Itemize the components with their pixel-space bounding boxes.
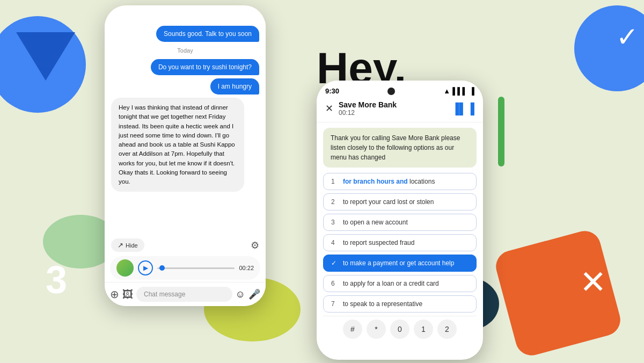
msg-bubble-outgoing-2: Do you want to try sushi tonight? (151, 59, 259, 75)
option-num-1: 1 (331, 178, 339, 185)
bank-greeting: Thank you for calling Save More Bank ple… (323, 128, 477, 168)
audio-progress[interactable] (157, 267, 235, 269)
wifi-icon: ▲ (443, 87, 450, 95)
phone1-screen: Sounds good. Talk to you soon Today Do y… (105, 20, 266, 306)
option-num-7: 7 (331, 300, 339, 308)
audio-row: ▶ 00:22 (110, 256, 260, 280)
avatar (116, 259, 134, 277)
audio-time: 00:22 (239, 265, 254, 271)
play-button[interactable]: ▶ (138, 260, 153, 275)
add-icon[interactable]: ⊕ (110, 288, 119, 301)
option-num-3: 3 (331, 219, 339, 226)
bank-option-2[interactable]: 2 to report your card lost or stolen (323, 193, 477, 210)
settings-icon[interactable]: ⚙ (251, 239, 259, 251)
bank-btn-star[interactable]: * (367, 320, 386, 339)
phone2-time: 9:30 (325, 87, 339, 95)
close-call-icon[interactable]: ✕ (325, 103, 333, 114)
phone2-status-bar: 9:30 ▲ ▌▌▌ ▐ (317, 81, 483, 95)
bank-content: Thank you for calling Save More Bank ple… (317, 122, 483, 353)
mic-icon[interactable]: 🎤 (248, 288, 260, 300)
bg-cross-decoration: ✕ (580, 266, 606, 299)
bank-option-1[interactable]: 1 for branch hours and locations (323, 173, 477, 190)
option-text-3: to open a new account (343, 219, 408, 226)
option-num-4: 4 (331, 239, 339, 246)
bank-bottom-row: # * 0 1 2 (323, 316, 477, 342)
hide-icon: ↗ (118, 241, 123, 249)
option-text-7: to speak to a representative (343, 300, 422, 308)
bank-name: Save More Bank (339, 100, 446, 109)
option-num-2: 2 (331, 198, 339, 206)
bank-option-3[interactable]: 3 to open a new account (323, 214, 477, 231)
option-text-2: to report your card lost or stolen (343, 198, 434, 206)
option-text-1: for branch hours and locations (343, 178, 435, 185)
msg-bubble-incoming: Hey I was thinking that instead of dinne… (111, 98, 244, 192)
emoji-icon[interactable]: ☺ (236, 289, 245, 300)
bg-green-bar-right (498, 97, 504, 166)
check-icon: ✓ (616, 21, 639, 53)
option-text-4: to report suspected fraud (343, 239, 414, 246)
bank-btn-1[interactable]: 1 (414, 320, 433, 339)
option-text-6: to apply for a loan or a credit card (343, 280, 439, 287)
phone2-call-bar: ✕ Save More Bank 00:12 ▐▌▐ (317, 95, 483, 122)
option-highlight-1: for branch hours and (343, 178, 408, 185)
call-timer: 00:12 (339, 109, 446, 117)
bank-info: Save More Bank 00:12 (339, 100, 446, 117)
signal-icon: ▌▌▌ (452, 87, 467, 95)
msg-bubble-outgoing-1: Sounds good. Talk to you soon (156, 26, 259, 42)
bank-option-6[interactable]: 6 to apply for a loan or a credit card (323, 275, 477, 292)
battery-icon: ▐ (470, 87, 474, 95)
bank-btn-0[interactable]: 0 (390, 320, 409, 339)
phone2-camera (387, 88, 395, 95)
bg-triangle (16, 32, 75, 81)
phone1-notch (158, 5, 212, 20)
image-icon[interactable]: 🖼 (122, 288, 133, 301)
bg-number-3: 3 (46, 258, 67, 302)
audio-dot (159, 265, 165, 271)
phone2-signal-icons: ▲ ▌▌▌ ▐ (443, 87, 474, 95)
bank-option-4[interactable]: 4 to report suspected fraud (323, 234, 477, 251)
message-actions: ↗ Hide ⚙ (105, 236, 266, 254)
hide-label: Hide (126, 242, 138, 249)
waveform-icon: ▐▌▐ (451, 103, 474, 115)
bank-option-7[interactable]: 7 to speak to a representative (323, 295, 477, 313)
bank-btn-hash[interactable]: # (343, 320, 362, 339)
bank-btn-2[interactable]: 2 (437, 320, 457, 339)
option-num-6: 6 (331, 280, 339, 287)
message-input-bar: ⊕ 🖼 Chat message ☺ 🎤 (105, 282, 266, 306)
hide-button[interactable]: ↗ Hide (111, 238, 144, 252)
message-area: Sounds good. Talk to you soon Today Do y… (105, 20, 266, 236)
option-text-5: to make a payment or get account help (343, 259, 454, 267)
phone2-bank: 9:30 ▲ ▌▌▌ ▐ ✕ Save More Bank 00:12 ▐▌▐ … (317, 81, 483, 360)
msg-date: Today (111, 47, 259, 54)
phone1-messages: Sounds good. Talk to you soon Today Do y… (105, 5, 266, 306)
bank-option-5[interactable]: ✓ to make a payment or get account help (323, 255, 477, 272)
chat-input[interactable]: Chat message (136, 287, 232, 302)
check-selected-icon: ✓ (331, 259, 336, 267)
msg-bubble-outgoing-3: I am hungry (210, 78, 259, 95)
